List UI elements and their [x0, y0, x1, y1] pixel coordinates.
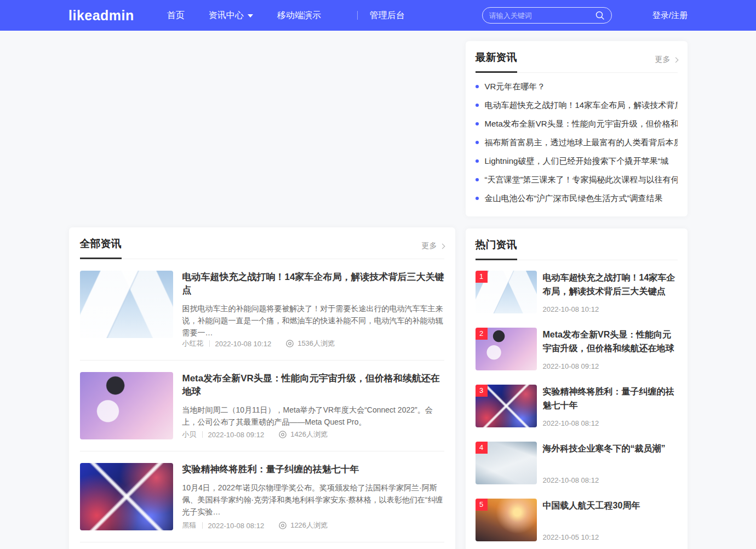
- article-date: 2022-10-08 10:12: [215, 340, 272, 348]
- hot-news-item[interactable]: 2 Meta发布全新VR头显：性能向元宇宙升级，但价格和续航还在地球 2022-…: [476, 321, 678, 378]
- article-row[interactable]: 实验精神终将胜利：量子纠缠的祛魅七十年 10月4日，2022年诺贝尔物理学奖公布…: [80, 451, 444, 542]
- article-title[interactable]: Meta发布全新VR头显：性能向元宇宙升级，但价格和续航还在地球: [182, 372, 444, 398]
- article-author: 小贝: [182, 430, 197, 439]
- hot-item-date: 2022-10-05 10:12: [543, 533, 678, 541]
- article-row[interactable]: 海外科技企业寒冬下的“裁员潮”: [80, 542, 444, 549]
- nav-item-news-center[interactable]: 资讯中心: [209, 10, 253, 21]
- hot-item-date: 2022-10-08 09:12: [543, 362, 678, 370]
- meta-separator: [202, 431, 203, 438]
- list-item[interactable]: Meta发布全新VR头显：性能向元宇宙升级，但价格和续…还: [476, 115, 678, 133]
- article-meta: 小贝 2022-10-08 09:12 1426人浏览: [182, 430, 444, 439]
- nav-divider: [357, 11, 358, 20]
- bullet-dot-icon: [476, 122, 479, 125]
- eye-icon: [285, 339, 294, 348]
- hot-thumbnail[interactable]: 1: [476, 271, 537, 313]
- hot-news-card: 热门资讯 1 电动车超快充之战打响！14家车企布局，解读技术背后三大关键点 20…: [466, 228, 688, 549]
- list-item[interactable]: “天宫课堂”第三课来了！专家揭秘此次课程与以往有何: [476, 170, 678, 189]
- hot-item-title[interactable]: 中国载人航天工程30周年: [543, 499, 678, 512]
- rank-badge: 1: [476, 271, 488, 283]
- bullet-dot-icon: [476, 141, 479, 144]
- all-news-more-link[interactable]: 更多: [422, 241, 444, 259]
- nav-item-home[interactable]: 首页: [167, 10, 185, 21]
- article-summary: 10月4日，2022年诺贝尔物理学奖公布。奖项颁发给了法国科学家阿兰·阿斯佩、美…: [182, 482, 444, 518]
- article-views: 1426人浏览: [290, 430, 328, 439]
- article-author: 黑猫: [182, 521, 197, 530]
- chevron-right-icon: [439, 243, 445, 249]
- latest-news-title: 最新资讯: [476, 41, 517, 73]
- hot-item-title[interactable]: 海外科技企业寒冬下的“裁员潮”: [543, 442, 678, 455]
- article-meta: 黑猫 2022-10-08 08:12 1226人浏览: [182, 521, 444, 530]
- nav-item-mobile-demo[interactable]: 移动端演示: [277, 10, 321, 21]
- bullet-dot-icon: [476, 178, 479, 181]
- article-thumbnail[interactable]: [80, 271, 173, 338]
- hot-news-item[interactable]: 1 电动车超快充之战打响！14家车企布局，解读技术背后三大关键点 2022-10…: [476, 264, 678, 321]
- rank-badge: 4: [476, 442, 488, 454]
- article-thumbnail[interactable]: [80, 463, 173, 530]
- article-meta: 小红花 2022-10-08 10:12 1536人浏览: [182, 339, 444, 348]
- article-row[interactable]: Meta发布全新VR头显：性能向元宇宙升级，但价格和续航还在地球 当地时间周二（…: [80, 361, 444, 451]
- article-author: 小红花: [182, 339, 204, 348]
- bullet-dot-icon: [476, 159, 479, 163]
- list-item[interactable]: Lightning破壁，人们已经开始搜索下个撬开苹果“城: [476, 152, 678, 170]
- list-item[interactable]: 福布斯首富易主，透过地球上最富有的人类看背后本质: [476, 133, 678, 152]
- meta-separator: [209, 340, 210, 347]
- hot-thumbnail[interactable]: 5: [476, 499, 537, 541]
- list-item[interactable]: VR元年在哪年？: [476, 77, 678, 96]
- hot-thumbnail[interactable]: 4: [476, 442, 537, 484]
- hot-thumbnail[interactable]: 3: [476, 385, 537, 427]
- hot-item-title[interactable]: 电动车超快充之战打响！14家车企布局，解读技术背后三大关键点: [543, 271, 678, 298]
- hot-news-item[interactable]: 5 中国载人航天工程30周年 2022-10-05 10:12: [476, 491, 678, 548]
- article-views: 1536人浏览: [297, 339, 335, 348]
- article-views: 1226人浏览: [290, 521, 328, 530]
- top-navbar: likeadmin 首页 资讯中心 移动端演示 管理后台: [0, 0, 756, 31]
- chevron-right-icon: [673, 57, 678, 62]
- article-title[interactable]: 实验精神终将胜利：量子纠缠的祛魅七十年: [182, 463, 444, 476]
- latest-news-more-link[interactable]: 更多: [655, 55, 678, 72]
- hot-item-date: 2022-10-08 08:12: [543, 419, 678, 427]
- hot-news-item[interactable]: 3 实验精神终将胜利：量子纠缠的祛魅七十年 2022-10-08 08:12: [476, 378, 678, 434]
- nav-item-admin[interactable]: 管理后台: [370, 10, 405, 21]
- hot-item-date: 2022-10-08 08:12: [543, 476, 678, 484]
- bullet-dot-icon: [476, 85, 479, 88]
- hot-item-date: 2022-10-08 10:12: [543, 305, 678, 313]
- article-date: 2022-10-08 09:12: [208, 431, 265, 439]
- hot-item-title[interactable]: Meta发布全新VR头显：性能向元宇宙升级，但价格和续航还在地球: [543, 328, 678, 355]
- eye-icon: [278, 521, 287, 530]
- rank-badge: 5: [476, 499, 488, 511]
- bullet-dot-icon: [476, 197, 479, 200]
- hot-news-list: 1 电动车超快充之战打响！14家车企布局，解读技术背后三大关键点 2022-10…: [476, 260, 678, 548]
- login-register-link[interactable]: 登录/注册: [652, 10, 688, 21]
- rank-badge: 2: [476, 328, 488, 340]
- article-date: 2022-10-08 08:12: [208, 522, 265, 530]
- list-item[interactable]: 电动车超快充之战打响！14家车企布局，解读技术背后三…: [476, 96, 678, 115]
- latest-news-list: VR元年在哪年？ 电动车超快充之战打响！14家车企布局，解读技术背后三… Met…: [476, 73, 678, 208]
- article-title[interactable]: 电动车超快充之战打响！14家车企布局，解读技术背后三大关键点: [182, 271, 444, 297]
- list-item[interactable]: 金山电池公布“沪广深市民绿色生活方式”调查结果: [476, 189, 678, 208]
- hot-news-item[interactable]: 4 海外科技企业寒冬下的“裁员潮” 2022-10-08 08:12: [476, 434, 678, 491]
- search-input[interactable]: [489, 12, 595, 20]
- bullet-dot-icon: [476, 104, 479, 107]
- search-box[interactable]: [482, 7, 612, 24]
- eye-icon: [278, 430, 287, 439]
- article-row[interactable]: 电动车超快充之战打响！14家车企布局，解读技术背后三大关键点 困扰电动车主的补能…: [80, 259, 444, 361]
- meta-separator: [202, 522, 203, 529]
- hot-thumbnail[interactable]: 2: [476, 328, 537, 370]
- chevron-down-icon: [248, 14, 253, 20]
- rank-badge: 3: [476, 385, 488, 397]
- latest-news-card: 最新资讯 更多 VR元年在哪年？ 电动车超快充之战打响！14家车企布局，解读技术…: [466, 41, 688, 216]
- all-news-title: 全部资讯: [80, 227, 122, 259]
- article-thumbnail[interactable]: [80, 372, 173, 439]
- article-summary: 困扰电动车主的补能问题将要被解决了！对于需要长途出行的电动汽车车主来说，补能问题…: [182, 302, 444, 339]
- hot-news-title: 热门资讯: [476, 228, 517, 260]
- main-nav: 首页 资讯中心 移动端演示 管理后台: [167, 10, 405, 21]
- search-icon[interactable]: [595, 10, 605, 20]
- all-news-card: 全部资讯 更多 电动车超快充之战打响！14家车企布局，解读技术背后三大关键点 困…: [69, 227, 455, 549]
- site-logo[interactable]: likeadmin: [68, 8, 134, 24]
- hot-item-title[interactable]: 实验精神终将胜利：量子纠缠的祛魅七十年: [543, 385, 678, 412]
- article-summary: 当地时间周二（10月11日），Meta举办了VR年度大会“Connect 202…: [182, 404, 444, 428]
